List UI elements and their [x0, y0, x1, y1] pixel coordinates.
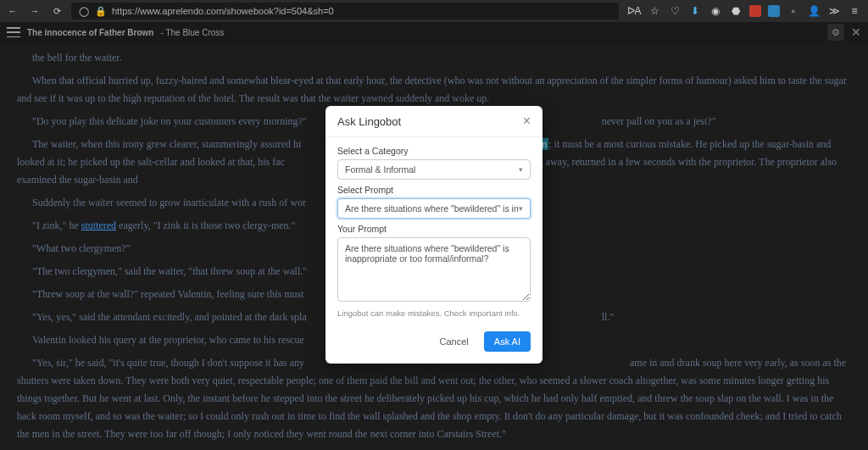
nav-left: ← → ⟳ [7, 5, 63, 17]
paragraph: the bell for the waiter. [17, 49, 851, 67]
category-value: Formal & Informal [345, 164, 415, 175]
modal-close-icon[interactable]: × [523, 114, 531, 128]
category-select[interactable]: Formal & Informal ▾ [337, 159, 531, 180]
puzzle-icon[interactable]: ▫ [787, 4, 800, 18]
prompt-textarea[interactable]: Are there situations where "bewildered" … [337, 237, 531, 302]
paragraph: "Yes, sir," he said, "it's quite true, t… [17, 354, 851, 443]
prompt-value: Are there situations where "bewildered" … [345, 203, 519, 214]
chevron-down-icon: ▾ [519, 165, 523, 174]
hamburger-icon[interactable] [7, 27, 20, 37]
paragraph: When that official hurried up, fuzzy-hai… [17, 72, 851, 108]
settings-button[interactable]: ⚙ [827, 24, 844, 41]
account-icon[interactable]: 👤 [807, 4, 821, 18]
ext-blue-icon[interactable] [768, 5, 780, 17]
more-icon[interactable]: ≫ [827, 4, 841, 18]
ext2-icon[interactable]: ⬣ [729, 4, 743, 18]
chapter-title: - The Blue Cross [160, 28, 224, 37]
book-title: The innocence of Father Brown [27, 28, 153, 37]
lock-icon: 🔒 [95, 5, 107, 17]
shield-icon: ◯ [78, 5, 90, 17]
menu-icon[interactable]: ≡ [848, 4, 861, 18]
modal-title: Ask Lingobot [337, 115, 401, 128]
linked-word[interactable]: stuttered [81, 219, 116, 231]
modal-header: Ask Lingobot × [326, 106, 542, 137]
your-prompt-label: Your Prompt [337, 224, 531, 234]
modal-footer: Cancel Ask AI [326, 323, 542, 364]
cancel-button[interactable]: Cancel [431, 331, 477, 352]
download-icon[interactable]: ⬇ [688, 4, 702, 18]
url-bar[interactable]: ◯ 🔒 https://www.aprelendo.com/showebook?… [71, 3, 619, 19]
page-header: The innocence of Father Brown - The Blue… [0, 22, 868, 42]
ask-ai-button[interactable]: Ask AI [484, 331, 531, 352]
prompt-select[interactable]: Are there situations where "bewildered" … [337, 198, 531, 219]
url-text: https://www.aprelendo.com/showebook?id=5… [112, 6, 334, 16]
ext1-icon[interactable]: ◉ [709, 4, 722, 18]
close-button[interactable]: ✕ [851, 25, 861, 39]
chevron-down-icon: ▾ [519, 204, 523, 213]
forward-icon[interactable]: → [29, 5, 41, 17]
ext-red-icon[interactable] [749, 5, 761, 17]
prompt-label: Select Prompt [337, 185, 531, 195]
translate-icon[interactable]: ᐅA [627, 4, 641, 18]
star-icon[interactable]: ☆ [648, 4, 661, 18]
extensions-icon[interactable]: ♡ [668, 4, 682, 18]
nav-right: ᐅA ☆ ♡ ⬇ ◉ ⬣ ▫ 👤 ≫ ≡ [627, 4, 861, 18]
category-label: Select a Category [337, 146, 531, 156]
gear-icon: ⚙ [832, 27, 840, 38]
back-icon[interactable]: ← [7, 5, 19, 17]
disclaimer: Lingobot can make mistakes. Check import… [337, 308, 531, 318]
lingobot-modal: Ask Lingobot × Select a Category Formal … [326, 106, 542, 364]
browser-bar: ← → ⟳ ◯ 🔒 https://www.aprelendo.com/show… [0, 0, 868, 22]
reload-icon[interactable]: ⟳ [51, 5, 63, 17]
modal-body: Select a Category Formal & Informal ▾ Se… [326, 137, 542, 323]
